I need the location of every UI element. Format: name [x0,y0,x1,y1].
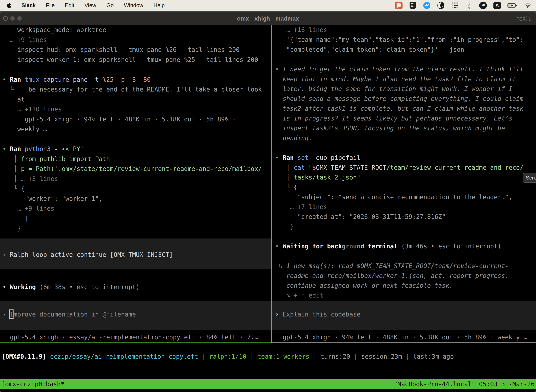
terminal-line: • Waiting for background terminal (3m 46… [275,241,536,251]
terminal-line: should send a message before completing … [275,94,536,104]
battery-icon[interactable] [507,1,518,10]
messenger-icon[interactable] [423,1,431,10]
terminal-line: … +16 lines [275,25,536,35]
terminal-line: "completed","claim_token":"claim-token"}… [275,45,536,54]
menu-file[interactable]: File [46,2,55,9]
terminal-line: │ … +3 lines [2,174,271,184]
macos-menu-bar: Slack File Edit View Go Window Help [0,0,536,11]
terminal-line: workspace_mode: worktree [2,25,271,35]
terminal-line: • Ran python3 - <<'PY' [2,144,271,154]
terminal-line: • Ran tmux capture-pane -t %25 -p -S -80 [2,75,271,85]
terminal-line: ] [2,214,271,224]
menu-go[interactable]: Go [106,2,114,9]
menu-help[interactable]: Help [153,2,165,9]
terminal-line [275,54,536,64]
moon-app-icon[interactable] [437,1,445,10]
terminal-line [275,251,536,261]
right-pane-output: … +16 lines '{"team_name":"my-team","tas… [272,25,536,300]
active-pane-border [0,342,272,343]
terminal-line: later. Using the same for transition mig… [275,84,536,94]
omx-status-line: [OMX#0.11.9] cczip/essay/ai-reimplementa… [0,351,536,362]
terminal-line: └ { [275,182,536,192]
dots-grid-icon[interactable] [451,1,459,10]
wifi-icon[interactable] [524,1,532,10]
terminal-line: │ from pathlib import Path [2,154,271,164]
a-app-icon[interactable]: A [493,1,501,10]
prompt-input-right[interactable]: › Explain this codebase [272,301,536,330]
text-cursor: I [10,311,14,318]
screen-tooltip: Scre [523,173,536,183]
terminal-line: is in progress? It seems likely but perh… [275,113,536,123]
model-status-left: gpt-5.4 xhigh · essay/ai-reimplementatio… [0,332,271,342]
terminal-line: › Improve documentation in @filename [2,309,271,319]
terminal-line: ↳ 1 new msg(s): read $OMX_TEAM_STATE_ROO… [275,261,536,271]
terminal-line: inspect_hud: omx sparkshell --tmux-pane … [2,45,271,55]
terminal-line: } [275,222,536,232]
left-pane-output: workspace_mode: worktree … +9 lines insp… [0,25,271,233]
squiggle-icon[interactable] [465,1,473,10]
terminal-line: └ be necessary for the end of the README… [2,84,271,94]
terminal-line: │ tasks/task-2.json" [275,173,536,182]
terminal-line: … +7 lines [275,202,536,212]
window-title-bar[interactable]: omx --xhigh --madmax ⌥⌘1 [0,12,536,25]
tmux-status-bar: [omx-cczip0:bash* "MacBook-Pro-44.local"… [0,379,536,389]
window-title: omx --xhigh --madmax [0,12,536,25]
terminal-line: continue assigned work or next feasible … [275,281,536,290]
terminal-line: inspect_worker-1: omx sparkshell --tmux-… [2,55,271,65]
inactive-pane-border [272,342,536,343]
menu-edit[interactable]: Edit [65,2,74,9]
apple-menu-icon[interactable] [7,3,11,8]
terminal-line: • Working (6m 38s • esc to interrupt) [2,282,271,292]
a-badge: A [493,2,501,9]
terminal-line: task2 after task1 is complete, but can I… [275,104,536,113]
terminal-line: [OMX#0.11.9] cczip/essay/ai-reimplementa… [2,351,536,362]
terminal-line: '{"team_name":"my-team","task_id":"1","f… [275,35,536,45]
terminal-line: • I need to get the claim token from the… [275,64,536,74]
grid-shield-icon[interactable] [409,1,417,10]
terminal-line: … +9 lines [2,35,271,45]
terminal-line: keep that in mind. Maybe I also need the… [275,74,536,84]
circle-61-icon[interactable]: ..61 [479,1,487,10]
menu-app-name[interactable]: Slack [21,2,36,9]
working-status: • Working (6m 38s • esc to interrupt) [0,282,271,292]
terminal-line: ⌥ + ↑ edit [275,290,536,300]
model-status-right: gpt-5.4 xhigh · 94% left · 488K in · 5.1… [272,332,536,342]
terminal-line: • Ran set -euo pipefail [275,153,536,163]
tmux-session-name[interactable]: [omx-cczip0:bash* [1,379,64,389]
terminal-line [275,232,536,241]
terminal-line [2,134,271,144]
terminal-line: inspect task2's JSON, focusing on the st… [275,123,536,133]
terminal-line: gpt-5.4 xhigh · essay/ai-reimplementatio… [2,332,271,342]
terminal-line: "worker": "worker-1", [2,194,271,204]
window-shortcut-hint: ⌥⌘1 [516,12,531,25]
chat-app-icon[interactable] [395,1,403,10]
tmux-host-and-time: "MacBook-Pro-44.local" 05:03 31-Mar-26 [394,379,535,389]
terminal-content: workspace_mode: worktree … +9 lines insp… [0,25,536,392]
pane-divider[interactable] [271,25,272,342]
terminal-line: gpt-5.4 xhigh · 94% left · 488K in · 5.1… [2,114,271,124]
terminal-line [275,143,536,153]
menu-window[interactable]: Window [124,2,143,9]
terminal-line: › Explain this codebase [275,309,536,319]
terminal-line: … +110 lines [2,104,271,114]
menu-view[interactable]: View [84,2,96,9]
terminal-line: at [2,94,271,104]
terminal-line: └ { [2,184,271,194]
terminal-line: readme-and-reco/mailbox/worker-1.json, a… [275,271,536,281]
menu-bar-status-icons: ..61 A [395,1,532,10]
terminal-line: } [2,223,271,233]
terminal-line: … +9 lines [2,204,271,214]
terminal-line: pending. [275,133,536,143]
terminal-line: weekly … [2,124,271,134]
ralph-loop-banner: › Ralph loop active continue [OMX_TMUX_I… [0,238,271,269]
circle-61-badge: ..61 [479,2,487,9]
menu-bar-left: Slack File Edit View Go Window Help [7,2,165,9]
terminal-line: › Ralph loop active continue [OMX_TMUX_I… [2,250,271,260]
terminal-line: gpt-5.4 xhigh · 94% left · 488K in · 5.1… [275,332,536,342]
terminal-window: omx --xhigh --madmax ⌥⌘1 workspace_mode:… [0,12,536,392]
prompt-input-left[interactable]: › Improve documentation in @filename [0,301,271,330]
terminal-line: "created_at": "2026-03-31T11:59:27.816Z" [275,212,536,222]
terminal-line [2,65,271,75]
terminal-line: "subject": "send a concise recommendatio… [275,192,536,202]
terminal-line: │ cat "$OMX_TEAM_STATE_ROOT/team/review-… [275,163,536,173]
